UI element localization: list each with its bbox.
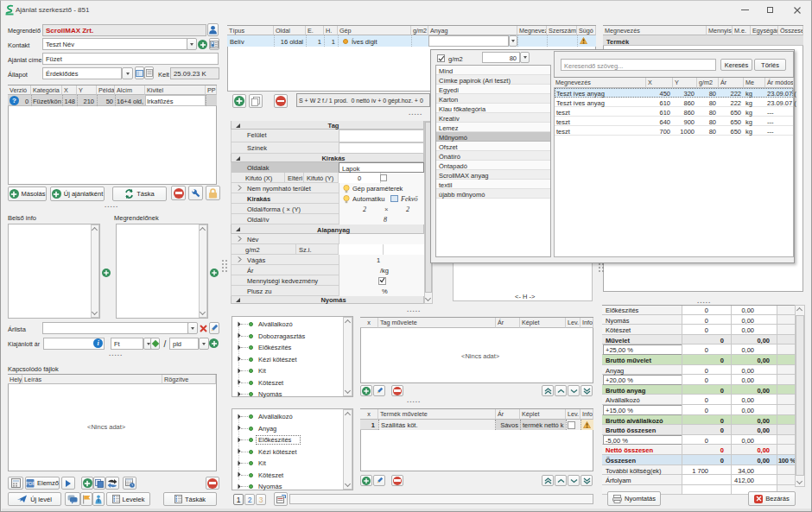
svg-text:PDF: PDF <box>26 481 35 486</box>
